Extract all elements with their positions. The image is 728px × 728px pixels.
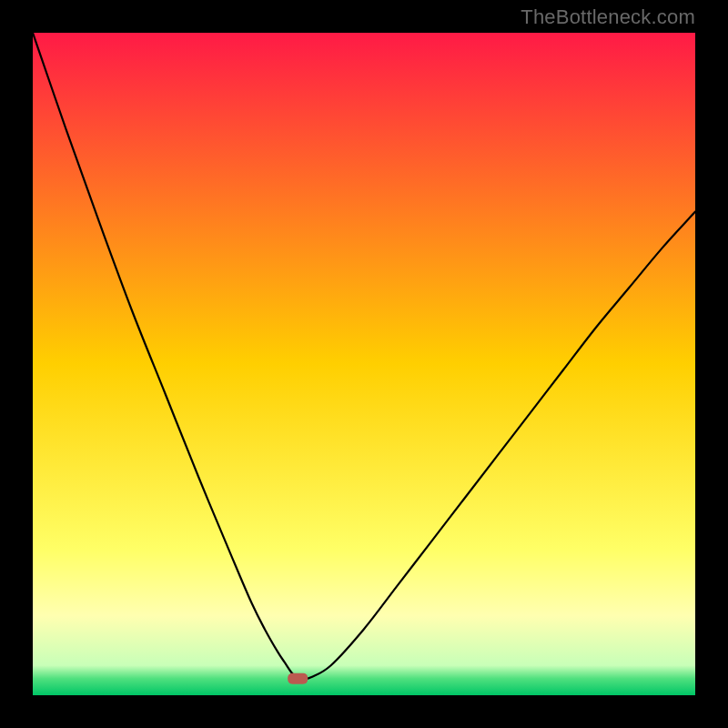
watermark-text: TheBottleneck.com <box>521 5 695 29</box>
gradient-background <box>33 33 695 695</box>
plot-area <box>33 33 695 695</box>
chart-frame: TheBottleneck.com <box>0 0 728 728</box>
bottleneck-chart <box>33 33 695 695</box>
optimum-marker <box>288 673 308 684</box>
